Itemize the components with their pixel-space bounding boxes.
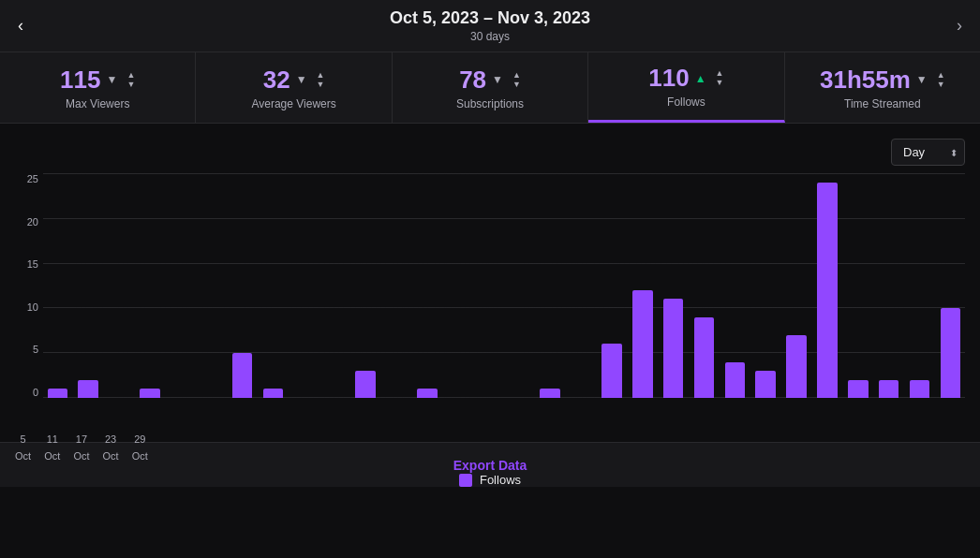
stat-cell-max-viewers[interactable]: 115 ▼ ▲ ▼ Max Viewers xyxy=(0,52,196,123)
bar-group xyxy=(43,389,72,398)
stat-stepper[interactable]: ▲ ▼ xyxy=(126,71,135,89)
bar[interactable] xyxy=(232,353,253,398)
stat-value: 115 xyxy=(60,66,100,95)
stepper-down[interactable]: ▼ xyxy=(716,79,724,87)
legend: Follows xyxy=(15,473,965,491)
y-axis-label: 15 xyxy=(15,258,38,270)
stepper-up[interactable]: ▲ xyxy=(937,71,945,80)
chart-container: 2520151050Sun, 8 Oct1 Follow xyxy=(43,173,965,424)
bar[interactable] xyxy=(78,380,98,398)
y-axis-label: 0 xyxy=(15,387,38,398)
stat-cell-time-streamed[interactable]: 31h55m ▼ ▲ ▼ Time Streamed xyxy=(785,52,980,123)
date-center: Oct 5, 2023 – Nov 3, 2023 30 days xyxy=(41,8,939,43)
bar-group xyxy=(136,389,165,398)
stat-value: 31h55m xyxy=(820,66,911,95)
prev-date-button[interactable]: ‹ xyxy=(0,0,41,52)
bar[interactable] xyxy=(663,299,684,398)
bar-group xyxy=(874,380,903,398)
bar[interactable] xyxy=(694,317,715,398)
bar[interactable] xyxy=(540,389,560,398)
stat-value-row: 78 ▼ ▲ ▼ xyxy=(459,66,521,95)
bar[interactable] xyxy=(140,389,160,398)
stat-value-row: 31h55m ▼ ▲ ▼ xyxy=(820,66,945,95)
stepper-up[interactable]: ▲ xyxy=(716,69,724,78)
x-axis-label: 17 Oct xyxy=(73,433,89,462)
bar-group xyxy=(812,183,841,398)
date-days-label: 30 days xyxy=(41,30,939,43)
x-axis-label: 5 Oct xyxy=(15,433,31,462)
stepper-up[interactable]: ▲ xyxy=(317,71,325,80)
bar[interactable] xyxy=(879,380,899,398)
stepper-up[interactable]: ▲ xyxy=(512,71,521,80)
stat-cell-subscriptions[interactable]: 78 ▼ ▲ ▼ Subscriptions xyxy=(393,52,588,123)
bar-group xyxy=(628,290,657,398)
bar[interactable] xyxy=(632,290,653,398)
day-select[interactable]: DayWeekMonth xyxy=(891,139,965,166)
stat-stepper[interactable]: ▲ ▼ xyxy=(512,71,521,89)
stat-stepper[interactable]: ▲ ▼ xyxy=(937,71,945,89)
date-range-label: Oct 5, 2023 – Nov 3, 2023 xyxy=(41,8,939,28)
stat-stepper[interactable]: ▲ ▼ xyxy=(317,71,325,89)
stat-trend-arrow: ▼ xyxy=(916,73,928,86)
x-axis-label: 23 Oct xyxy=(103,433,119,462)
y-axis: 2520151050 xyxy=(15,173,38,398)
stat-label: Follows xyxy=(667,95,705,109)
day-select-wrapper[interactable]: DayWeekMonth xyxy=(891,139,965,166)
bar[interactable] xyxy=(941,308,961,398)
bar[interactable] xyxy=(263,389,284,398)
bar-group xyxy=(659,299,688,398)
stat-cell-follows[interactable]: 110 ▲ ▲ ▼ Follows xyxy=(588,52,784,123)
bar-group xyxy=(597,344,626,398)
bar-group xyxy=(905,380,934,398)
stat-value: 78 xyxy=(459,66,486,95)
stat-trend-arrow: ▼ xyxy=(296,73,307,86)
stepper-down[interactable]: ▼ xyxy=(317,81,325,89)
legend-swatch xyxy=(459,474,472,487)
bar-group xyxy=(843,380,872,398)
stat-value: 110 xyxy=(648,64,689,93)
stepper-down[interactable]: ▼ xyxy=(937,81,945,89)
bar-group xyxy=(751,371,780,398)
bar[interactable] xyxy=(601,344,622,398)
stat-trend-arrow: ▼ xyxy=(106,73,117,86)
x-axis: 5 Oct11 Oct17 Oct23 Oct29 Oct xyxy=(15,430,965,463)
bar-group xyxy=(690,317,719,398)
bar[interactable] xyxy=(417,389,438,398)
x-axis-label: 29 Oct xyxy=(132,433,148,462)
legend-label: Follows xyxy=(480,473,521,487)
chart-controls: DayWeekMonth xyxy=(15,139,965,166)
stepper-down[interactable]: ▼ xyxy=(512,81,521,89)
chart-area: DayWeekMonth 2520151050Sun, 8 Oct1 Follo… xyxy=(0,124,980,442)
stepper-up[interactable]: ▲ xyxy=(126,71,135,80)
y-axis-label: 5 xyxy=(15,344,38,355)
bar[interactable] xyxy=(817,183,838,398)
stat-label: Subscriptions xyxy=(456,97,524,110)
stat-cell-avg-viewers[interactable]: 32 ▼ ▲ ▼ Average Viewers xyxy=(196,52,392,123)
bar-group xyxy=(936,308,965,398)
stat-value-row: 110 ▲ ▲ ▼ xyxy=(648,64,723,93)
stat-label: Average Viewers xyxy=(251,97,335,110)
stat-label: Max Viewers xyxy=(66,97,129,110)
y-axis-label: 25 xyxy=(15,173,38,184)
bar-group xyxy=(720,362,750,398)
bar[interactable] xyxy=(48,389,68,398)
bar[interactable] xyxy=(910,380,930,398)
next-date-button[interactable]: › xyxy=(939,0,980,52)
stat-value: 32 xyxy=(263,66,290,95)
y-axis-label: 10 xyxy=(15,301,38,313)
stat-trend-arrow: ▲ xyxy=(695,72,706,85)
stat-stepper[interactable]: ▲ ▼ xyxy=(716,69,724,87)
bar-group xyxy=(412,389,441,398)
x-axis-label: 11 Oct xyxy=(44,433,60,462)
bar[interactable] xyxy=(755,371,776,398)
bar[interactable] xyxy=(725,362,746,398)
bar[interactable] xyxy=(848,380,869,398)
date-navigation: ‹ Oct 5, 2023 – Nov 3, 2023 30 days › xyxy=(0,0,980,52)
bar-group xyxy=(74,380,103,398)
bar-group xyxy=(259,389,288,398)
stepper-down[interactable]: ▼ xyxy=(126,81,135,89)
bar[interactable] xyxy=(786,335,807,398)
stat-value-row: 32 ▼ ▲ ▼ xyxy=(263,66,325,95)
bar[interactable] xyxy=(355,371,376,398)
bars-area xyxy=(43,173,965,398)
